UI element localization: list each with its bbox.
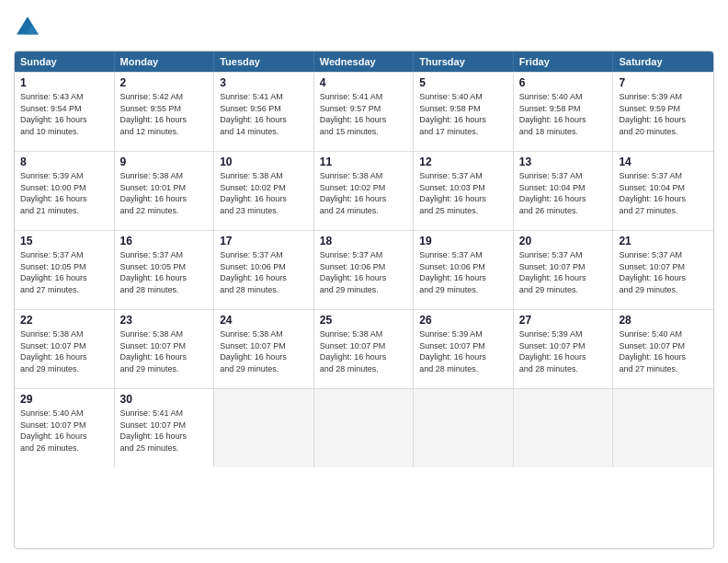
cal-cell-empty-4-4	[414, 389, 514, 467]
day-number: 9	[120, 155, 209, 168]
cell-sun-info: Sunrise: 5:37 AM Sunset: 10:06 PM Daylig…	[419, 249, 507, 295]
cal-cell-15: 15Sunrise: 5:37 AM Sunset: 10:05 PM Dayl…	[15, 231, 115, 309]
cal-cell-9: 9Sunrise: 5:38 AM Sunset: 10:01 PM Dayli…	[115, 152, 215, 230]
cell-sun-info: Sunrise: 5:39 AM Sunset: 9:59 PM Dayligh…	[619, 91, 708, 137]
cal-cell-22: 22Sunrise: 5:38 AM Sunset: 10:07 PM Dayl…	[15, 310, 115, 388]
cell-sun-info: Sunrise: 5:39 AM Sunset: 10:07 PM Daylig…	[519, 328, 608, 374]
day-number: 20	[519, 235, 608, 247]
cell-sun-info: Sunrise: 5:38 AM Sunset: 10:01 PM Daylig…	[120, 170, 209, 216]
day-number: 15	[20, 235, 108, 247]
cal-cell-8: 8Sunrise: 5:39 AM Sunset: 10:00 PM Dayli…	[15, 152, 115, 230]
header-day-friday: Friday	[514, 52, 614, 72]
day-number: 29	[20, 393, 108, 406]
cal-cell-3: 3Sunrise: 5:41 AM Sunset: 9:56 PM Daylig…	[214, 73, 314, 151]
cal-cell-5: 5Sunrise: 5:40 AM Sunset: 9:58 PM Daylig…	[414, 73, 514, 151]
cal-row-3: 22Sunrise: 5:38 AM Sunset: 10:07 PM Dayl…	[15, 309, 713, 388]
cal-cell-1: 1Sunrise: 5:43 AM Sunset: 9:54 PM Daylig…	[15, 73, 115, 151]
cell-sun-info: Sunrise: 5:40 AM Sunset: 9:58 PM Dayligh…	[519, 91, 608, 137]
cal-cell-empty-4-6	[613, 389, 713, 467]
cal-cell-19: 19Sunrise: 5:37 AM Sunset: 10:06 PM Dayl…	[414, 231, 514, 309]
cal-cell-27: 27Sunrise: 5:39 AM Sunset: 10:07 PM Dayl…	[514, 310, 614, 388]
logo	[14, 14, 45, 41]
cal-cell-11: 11Sunrise: 5:38 AM Sunset: 10:02 PM Dayl…	[314, 152, 415, 230]
cell-sun-info: Sunrise: 5:37 AM Sunset: 10:06 PM Daylig…	[320, 249, 408, 295]
calendar-body: 1Sunrise: 5:43 AM Sunset: 9:54 PM Daylig…	[15, 72, 713, 467]
cell-sun-info: Sunrise: 5:38 AM Sunset: 10:07 PM Daylig…	[20, 328, 108, 374]
cal-cell-empty-4-5	[514, 389, 614, 467]
cal-cell-7: 7Sunrise: 5:39 AM Sunset: 9:59 PM Daylig…	[613, 73, 713, 151]
day-number: 28	[619, 314, 708, 327]
day-number: 8	[20, 155, 108, 168]
day-number: 2	[120, 76, 209, 89]
day-number: 30	[120, 393, 209, 406]
cell-sun-info: Sunrise: 5:40 AM Sunset: 10:07 PM Daylig…	[20, 408, 108, 454]
cal-cell-25: 25Sunrise: 5:38 AM Sunset: 10:07 PM Dayl…	[314, 310, 415, 388]
header-day-thursday: Thursday	[414, 52, 514, 72]
cal-cell-18: 18Sunrise: 5:37 AM Sunset: 10:06 PM Dayl…	[314, 231, 415, 309]
day-number: 10	[220, 155, 308, 168]
cell-sun-info: Sunrise: 5:38 AM Sunset: 10:07 PM Daylig…	[320, 328, 408, 374]
day-number: 17	[220, 235, 308, 247]
cell-sun-info: Sunrise: 5:43 AM Sunset: 9:54 PM Dayligh…	[20, 91, 108, 137]
day-number: 18	[320, 235, 408, 247]
page: SundayMondayTuesdayWednesdayThursdayFrid…	[0, 0, 728, 563]
cal-cell-21: 21Sunrise: 5:37 AM Sunset: 10:07 PM Dayl…	[613, 231, 713, 309]
day-number: 4	[320, 76, 408, 89]
cal-cell-13: 13Sunrise: 5:37 AM Sunset: 10:04 PM Dayl…	[514, 152, 614, 230]
day-number: 5	[419, 76, 507, 89]
cal-cell-2: 2Sunrise: 5:42 AM Sunset: 9:55 PM Daylig…	[115, 73, 215, 151]
cell-sun-info: Sunrise: 5:37 AM Sunset: 10:05 PM Daylig…	[20, 249, 108, 295]
cal-cell-12: 12Sunrise: 5:37 AM Sunset: 10:03 PM Dayl…	[414, 152, 514, 230]
day-number: 22	[20, 314, 108, 327]
day-number: 25	[320, 314, 408, 327]
cal-row-4: 29Sunrise: 5:40 AM Sunset: 10:07 PM Dayl…	[15, 388, 713, 467]
cal-row-2: 15Sunrise: 5:37 AM Sunset: 10:05 PM Dayl…	[15, 230, 713, 309]
day-number: 6	[519, 76, 608, 89]
day-number: 13	[519, 155, 608, 168]
cal-row-1: 8Sunrise: 5:39 AM Sunset: 10:00 PM Dayli…	[15, 151, 713, 230]
cal-cell-26: 26Sunrise: 5:39 AM Sunset: 10:07 PM Dayl…	[414, 310, 514, 388]
calendar: SundayMondayTuesdayWednesdayThursdayFrid…	[14, 51, 714, 549]
calendar-header: SundayMondayTuesdayWednesdayThursdayFrid…	[15, 52, 713, 72]
day-number: 19	[419, 235, 507, 247]
day-number: 23	[120, 314, 209, 327]
day-number: 14	[619, 155, 708, 168]
cell-sun-info: Sunrise: 5:37 AM Sunset: 10:07 PM Daylig…	[619, 249, 708, 295]
cell-sun-info: Sunrise: 5:41 AM Sunset: 9:56 PM Dayligh…	[220, 91, 308, 137]
cell-sun-info: Sunrise: 5:40 AM Sunset: 9:58 PM Dayligh…	[419, 91, 507, 137]
header-day-tuesday: Tuesday	[214, 52, 314, 72]
cell-sun-info: Sunrise: 5:38 AM Sunset: 10:02 PM Daylig…	[220, 170, 308, 216]
cal-cell-20: 20Sunrise: 5:37 AM Sunset: 10:07 PM Dayl…	[514, 231, 614, 309]
cal-cell-10: 10Sunrise: 5:38 AM Sunset: 10:02 PM Dayl…	[214, 152, 314, 230]
day-number: 11	[320, 155, 408, 168]
header-day-monday: Monday	[115, 52, 215, 72]
cal-cell-17: 17Sunrise: 5:37 AM Sunset: 10:06 PM Dayl…	[214, 231, 314, 309]
cal-cell-24: 24Sunrise: 5:38 AM Sunset: 10:07 PM Dayl…	[214, 310, 314, 388]
cal-cell-16: 16Sunrise: 5:37 AM Sunset: 10:05 PM Dayl…	[115, 231, 215, 309]
cal-cell-23: 23Sunrise: 5:38 AM Sunset: 10:07 PM Dayl…	[115, 310, 215, 388]
day-number: 7	[619, 76, 708, 89]
day-number: 21	[619, 235, 708, 247]
cell-sun-info: Sunrise: 5:41 AM Sunset: 9:57 PM Dayligh…	[320, 91, 408, 137]
day-number: 3	[220, 76, 308, 89]
cal-cell-4: 4Sunrise: 5:41 AM Sunset: 9:57 PM Daylig…	[314, 73, 415, 151]
cal-cell-30: 30Sunrise: 5:41 AM Sunset: 10:07 PM Dayl…	[115, 389, 215, 467]
day-number: 24	[220, 314, 308, 327]
cal-cell-empty-4-3	[314, 389, 415, 467]
cell-sun-info: Sunrise: 5:40 AM Sunset: 10:07 PM Daylig…	[619, 328, 708, 374]
cell-sun-info: Sunrise: 5:37 AM Sunset: 10:03 PM Daylig…	[419, 170, 507, 216]
header	[14, 14, 714, 41]
header-day-saturday: Saturday	[613, 52, 713, 72]
cell-sun-info: Sunrise: 5:37 AM Sunset: 10:06 PM Daylig…	[220, 249, 308, 295]
cal-row-0: 1Sunrise: 5:43 AM Sunset: 9:54 PM Daylig…	[15, 72, 713, 151]
cell-sun-info: Sunrise: 5:37 AM Sunset: 10:04 PM Daylig…	[619, 170, 708, 216]
cell-sun-info: Sunrise: 5:37 AM Sunset: 10:07 PM Daylig…	[519, 249, 608, 295]
cal-cell-28: 28Sunrise: 5:40 AM Sunset: 10:07 PM Dayl…	[613, 310, 713, 388]
day-number: 12	[419, 155, 507, 168]
cell-sun-info: Sunrise: 5:38 AM Sunset: 10:07 PM Daylig…	[120, 328, 209, 374]
header-day-sunday: Sunday	[15, 52, 115, 72]
day-number: 1	[20, 76, 108, 89]
cell-sun-info: Sunrise: 5:42 AM Sunset: 9:55 PM Dayligh…	[120, 91, 209, 137]
header-day-wednesday: Wednesday	[314, 52, 415, 72]
cal-cell-29: 29Sunrise: 5:40 AM Sunset: 10:07 PM Dayl…	[15, 389, 115, 467]
